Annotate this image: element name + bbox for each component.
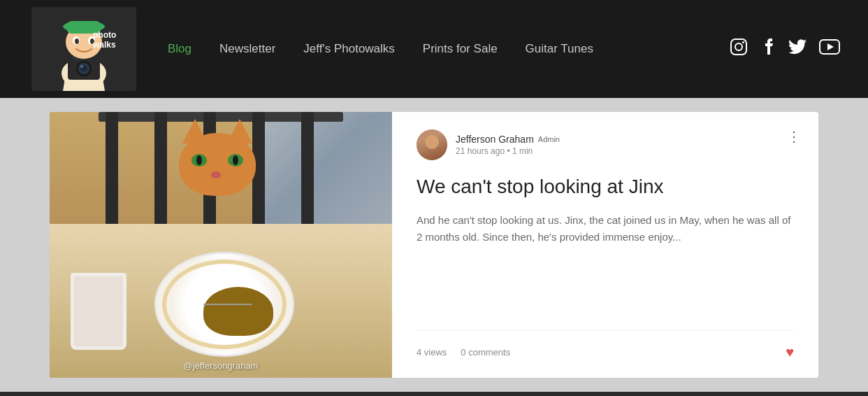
author-name-row: Jefferson Graham Admin bbox=[456, 134, 794, 145]
facebook-link[interactable] bbox=[760, 38, 776, 60]
author-avatar bbox=[417, 129, 447, 160]
separator: • bbox=[507, 146, 509, 156]
cat-eye-right bbox=[228, 154, 243, 167]
nav-item-prints-for-sale[interactable]: Prints for Sale bbox=[423, 42, 498, 56]
svg-text:walks: walks bbox=[92, 40, 116, 50]
site-header: photo walks Blog Newsletter Jeff's Photo… bbox=[0, 0, 868, 98]
svg-marker-21 bbox=[827, 43, 834, 50]
youtube-link[interactable] bbox=[819, 39, 840, 59]
svg-point-7 bbox=[80, 65, 83, 68]
like-button[interactable]: ♥ bbox=[786, 344, 794, 360]
post-image-scene: @jeffersongraham bbox=[50, 112, 392, 378]
cat-eye-left bbox=[191, 154, 207, 167]
post-meta: Jefferson Graham Admin 21 hours ago • 1 … bbox=[417, 129, 794, 160]
twitter-link[interactable] bbox=[788, 39, 806, 59]
metal-background bbox=[252, 112, 392, 224]
author-name: Jefferson Graham bbox=[456, 134, 534, 145]
logo-area[interactable]: photo walks bbox=[28, 3, 140, 94]
instagram-link[interactable] bbox=[730, 38, 748, 60]
author-info: Jefferson Graham Admin 21 hours ago • 1 … bbox=[456, 134, 794, 156]
more-options-button[interactable]: ⋮ bbox=[787, 129, 801, 143]
comments-count: 0 comments bbox=[461, 347, 510, 358]
baked-potato bbox=[203, 287, 273, 336]
nav-item-guitar-tunes[interactable]: Guitar Tunes bbox=[526, 42, 593, 56]
nav-item-blog[interactable]: Blog bbox=[168, 42, 191, 56]
svg-point-13 bbox=[75, 38, 79, 44]
site-logo[interactable]: photo walks bbox=[28, 3, 140, 94]
cup-item bbox=[71, 273, 126, 350]
cat-ear-right bbox=[227, 119, 252, 143]
svg-point-18 bbox=[735, 43, 742, 50]
nav-item-jeffs-photowalks[interactable]: Jeff's Photowalks bbox=[303, 42, 395, 56]
post-title: We can't stop looking at Jinx bbox=[417, 174, 794, 199]
admin-badge: Admin bbox=[538, 135, 560, 143]
cat-head bbox=[179, 133, 256, 196]
blog-post-card: @jeffersongraham Jefferson Graham Admin … bbox=[50, 112, 818, 378]
post-content-area: Jefferson Graham Admin 21 hours ago • 1 … bbox=[392, 112, 818, 378]
post-excerpt: And he can't stop looking at us. Jinx, t… bbox=[417, 212, 794, 246]
avatar-image bbox=[417, 129, 447, 160]
svg-rect-22 bbox=[203, 304, 252, 305]
cat-nose bbox=[211, 171, 221, 178]
nav-item-newsletter[interactable]: Newsletter bbox=[219, 42, 275, 56]
image-watermark: @jeffersongraham bbox=[184, 360, 259, 371]
svg-rect-17 bbox=[731, 39, 746, 55]
views-count: 4 views bbox=[417, 347, 447, 358]
fork-icon bbox=[196, 301, 252, 308]
read-time: 1 min bbox=[512, 146, 533, 156]
post-image-area: @jeffersongraham bbox=[50, 112, 392, 378]
cat-ear-left bbox=[182, 119, 208, 143]
social-icons bbox=[730, 38, 840, 60]
post-time: 21 hours ago • 1 min bbox=[456, 146, 794, 156]
time-ago: 21 hours ago bbox=[456, 146, 505, 156]
main-nav: Blog Newsletter Jeff's Photowalks Prints… bbox=[168, 42, 716, 56]
svg-point-19 bbox=[742, 41, 744, 43]
post-stats: 4 views 0 comments bbox=[417, 347, 510, 358]
post-footer: 4 views 0 comments ♥ bbox=[417, 330, 794, 360]
svg-text:photo: photo bbox=[93, 30, 116, 40]
main-content: @jeffersongraham Jefferson Graham Admin … bbox=[0, 98, 868, 392]
